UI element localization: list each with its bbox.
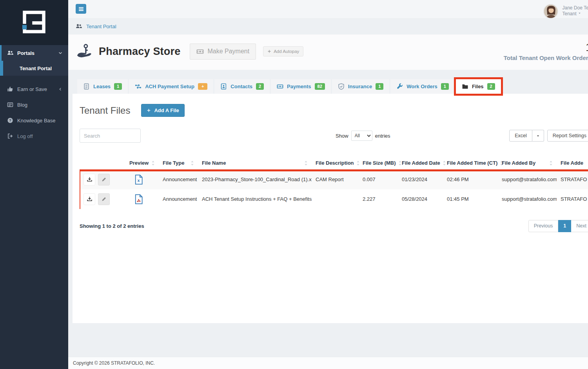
col-header-file-added-time[interactable]: File Added Time (CT)	[443, 158, 498, 170]
cell-file-size: 0.007	[359, 170, 398, 189]
pencil-icon	[101, 196, 107, 202]
sidebar-item-portals[interactable]: Portals	[2, 45, 68, 61]
hamburger-icon	[78, 6, 84, 12]
excel-file-icon[interactable]	[134, 175, 143, 185]
tab-work-orders[interactable]: Work Orders 1	[390, 79, 455, 94]
download-button[interactable]	[83, 174, 95, 185]
breadcrumb-link-tenant-portal[interactable]: Tenant Portal	[86, 24, 116, 29]
folder-icon	[462, 83, 468, 90]
sidebar-item-label: Blog	[17, 102, 27, 108]
tab-ach-payment-setup[interactable]: ACH Payment Setup +	[129, 79, 213, 94]
plus-icon	[147, 108, 151, 113]
sidebar-item-blog[interactable]: Blog	[0, 97, 68, 113]
sidebar-item-earn-or-save[interactable]: Earn or Save	[0, 81, 68, 97]
add-autopay-button[interactable]: Add Autopay	[263, 46, 303, 56]
caret-down-icon	[536, 134, 540, 138]
tab-badge: +	[198, 83, 207, 90]
address-book-icon	[220, 83, 227, 90]
sort-icon	[398, 160, 402, 166]
table-row: Announcement 2023-Pharmacy_Store-100_Car…	[80, 170, 588, 189]
cell-file-added-by-name: STRATAFO	[557, 189, 588, 209]
entries-select[interactable]: All	[351, 131, 372, 141]
cell-file-description	[312, 189, 359, 209]
sidebar-item-knowledge-base[interactable]: Knowledge Base	[0, 113, 68, 128]
report-settings-button[interactable]: Report Settings	[547, 130, 588, 142]
add-a-file-button[interactable]: Add A File	[141, 104, 184, 117]
col-header-file-size[interactable]: File Size (MB)	[359, 158, 398, 170]
user-menu[interactable]: Jane Doe Tenant Tenant	[543, 4, 588, 19]
sidebar-item-log-off[interactable]: Log off	[0, 128, 68, 144]
sidebar-item-tenant-portal[interactable]: Tenant Portal	[2, 61, 68, 76]
logout-icon	[7, 133, 13, 139]
content-spacer	[68, 323, 588, 357]
user-name: Jane Doe Tenant	[562, 5, 588, 11]
sidebar-toggle-button[interactable]	[76, 4, 86, 14]
user-info: Jane Doe Tenant Tenant	[562, 4, 588, 17]
tab-payments[interactable]: Payments 82	[271, 79, 331, 94]
tab-leases[interactable]: Leases 1	[77, 79, 128, 94]
previous-page-button[interactable]: Previous	[528, 220, 559, 232]
sort-icon	[443, 160, 446, 166]
files-table: Preview File Type File Name File Descrip…	[80, 158, 588, 209]
col-header-file-description[interactable]: File Description	[312, 158, 359, 170]
showing-entries-text: Showing 1 to 2 of 2 entries	[80, 223, 144, 229]
col-header-actions	[80, 158, 125, 170]
col-header-file-added-date[interactable]: File Added Date	[398, 158, 443, 170]
sidebar-item-label: Earn or Save	[17, 86, 47, 92]
sidebar-nav: Portals Tenant Portal Earn or Save Blog …	[0, 45, 68, 144]
pencil-icon	[101, 177, 107, 182]
thumbs-up-icon	[7, 86, 13, 92]
topbar: Jane Doe Tenant Tenant	[68, 0, 588, 18]
export-controls: Excel Report Settings	[509, 130, 588, 142]
edit-button[interactable]	[98, 174, 110, 185]
files-panel: Tenant Files Add A File Show All entries…	[73, 94, 588, 323]
table-row: Announcement ACH Tenant Setup Instructio…	[80, 189, 588, 209]
entries-label: entries	[375, 133, 390, 139]
cell-file-size: 2.227	[359, 189, 398, 209]
col-header-file-name[interactable]: File Name	[198, 158, 312, 170]
show-label: Show	[336, 133, 348, 139]
search-input[interactable]	[80, 129, 141, 143]
cell-file-added-time: 02:46 PM	[443, 170, 498, 189]
next-page-button[interactable]: Next	[571, 220, 588, 232]
cell-file-added-by: support@stratafolio.com	[498, 189, 557, 209]
col-header-preview[interactable]: Preview	[125, 158, 159, 170]
tab-insurance[interactable]: Insurance 1	[332, 79, 390, 94]
sort-icon	[151, 160, 155, 166]
wrench-icon	[396, 83, 403, 90]
download-button[interactable]	[83, 193, 95, 205]
tab-badge: 2	[487, 83, 495, 90]
breadcrumb: Tenant Portal	[68, 18, 588, 35]
app-logo[interactable]	[0, 0, 68, 45]
users-icon	[7, 50, 13, 56]
table-controls: Show All entries Excel Report Settings	[80, 129, 588, 143]
page-header: Pharmacy Store Make Payment Add Autopay …	[68, 35, 588, 70]
sidebar-item-label: Portals	[17, 50, 34, 56]
tabs: Leases 1 ACH Payment Setup + Contacts 2 …	[68, 70, 588, 94]
col-header-file-added-by[interactable]: File Added By	[498, 158, 557, 170]
hand-key-icon	[76, 44, 94, 59]
excel-dropdown-button[interactable]	[532, 130, 544, 142]
cell-file-added-date: 01/23/2024	[398, 170, 443, 189]
blog-icon	[7, 102, 13, 108]
col-header-file-added-by-name[interactable]: File Adde	[557, 158, 588, 170]
users-icon	[76, 23, 82, 29]
pdf-file-icon[interactable]	[134, 194, 143, 204]
money-icon	[196, 48, 204, 55]
tab-contacts[interactable]: Contacts 2	[214, 79, 270, 94]
excel-export-button[interactable]: Excel	[509, 130, 532, 142]
ach-exchange-icon	[135, 83, 142, 90]
tab-files[interactable]: Files 2	[456, 79, 501, 94]
tab-badge: 2	[256, 83, 264, 90]
page-1-button[interactable]: 1	[558, 220, 571, 232]
edit-button[interactable]	[98, 193, 110, 205]
avatar	[543, 4, 558, 19]
make-payment-button[interactable]: Make Payment	[190, 44, 256, 60]
col-header-file-type[interactable]: File Type	[159, 158, 198, 170]
stat-label: Total Tenant Open Work Orders	[504, 55, 588, 61]
download-icon	[87, 196, 93, 202]
tab-badge: 1	[114, 83, 122, 90]
plus-icon	[267, 49, 271, 53]
sidebar-item-label: Knowledge Base	[17, 118, 56, 124]
sidebar-item-label: Tenant Portal	[20, 65, 52, 71]
